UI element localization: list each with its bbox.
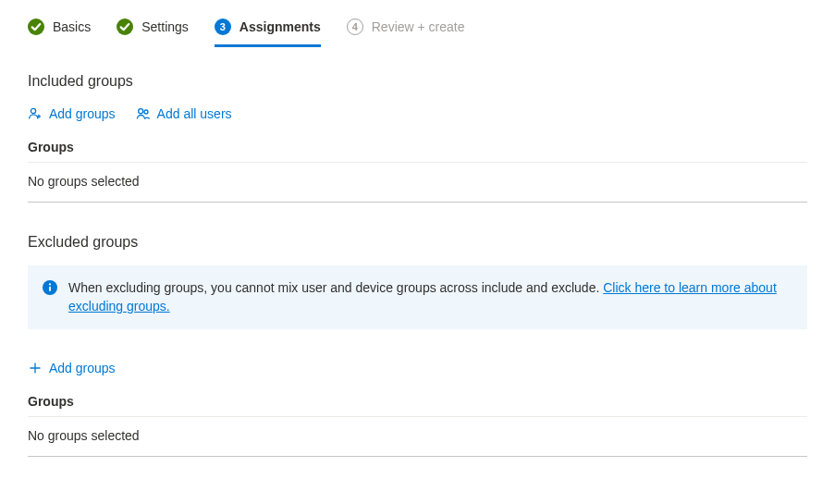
- svg-point-7: [49, 283, 51, 285]
- button-label: Add all users: [157, 106, 232, 121]
- svg-point-4: [144, 110, 148, 114]
- excluded-info-banner: When excluding groups, you cannot mix us…: [28, 265, 807, 329]
- svg-point-2: [31, 108, 35, 113]
- person-add-icon: [28, 106, 43, 121]
- included-groups-empty: No groups selected: [28, 163, 807, 203]
- excluded-groups-empty: No groups selected: [28, 417, 807, 457]
- svg-point-3: [138, 109, 142, 114]
- plus-icon: [28, 361, 43, 375]
- step-label: Basics: [53, 19, 91, 34]
- add-all-users-button[interactable]: Add all users: [136, 104, 232, 123]
- excluded-actions: Add groups: [28, 359, 807, 377]
- check-icon: [117, 18, 133, 35]
- svg-rect-6: [49, 287, 51, 291]
- people-icon: [136, 106, 151, 121]
- step-label: Settings: [141, 19, 189, 34]
- excluded-groups-title: Excluded groups: [28, 234, 807, 251]
- add-groups-button[interactable]: Add groups: [28, 104, 116, 123]
- step-basics[interactable]: Basics: [28, 18, 91, 47]
- step-label: Review + create: [372, 19, 465, 34]
- included-groups-header: Groups: [28, 140, 807, 163]
- step-settings[interactable]: Settings: [117, 18, 189, 47]
- wizard-stepper: Basics Settings 3 Assignments 4 Review +…: [28, 18, 807, 47]
- step-number-icon: 3: [215, 18, 231, 35]
- button-label: Add groups: [49, 106, 116, 121]
- step-review-create[interactable]: 4 Review + create: [347, 18, 465, 47]
- banner-text: When excluding groups, you cannot mix us…: [68, 280, 603, 295]
- info-icon: [43, 280, 57, 295]
- included-groups-title: Included groups: [28, 73, 807, 90]
- step-number-icon: 4: [347, 18, 363, 35]
- add-groups-button[interactable]: Add groups: [28, 359, 116, 377]
- svg-point-1: [117, 18, 133, 35]
- svg-point-0: [28, 18, 44, 35]
- step-label: Assignments: [239, 19, 321, 34]
- excluded-info-text: When excluding groups, you cannot mix us…: [68, 278, 792, 316]
- button-label: Add groups: [49, 361, 116, 375]
- step-assignments[interactable]: 3 Assignments: [215, 18, 321, 47]
- included-actions: Add groups Add all users: [28, 104, 807, 123]
- check-icon: [28, 18, 44, 35]
- excluded-groups-header: Groups: [28, 394, 807, 417]
